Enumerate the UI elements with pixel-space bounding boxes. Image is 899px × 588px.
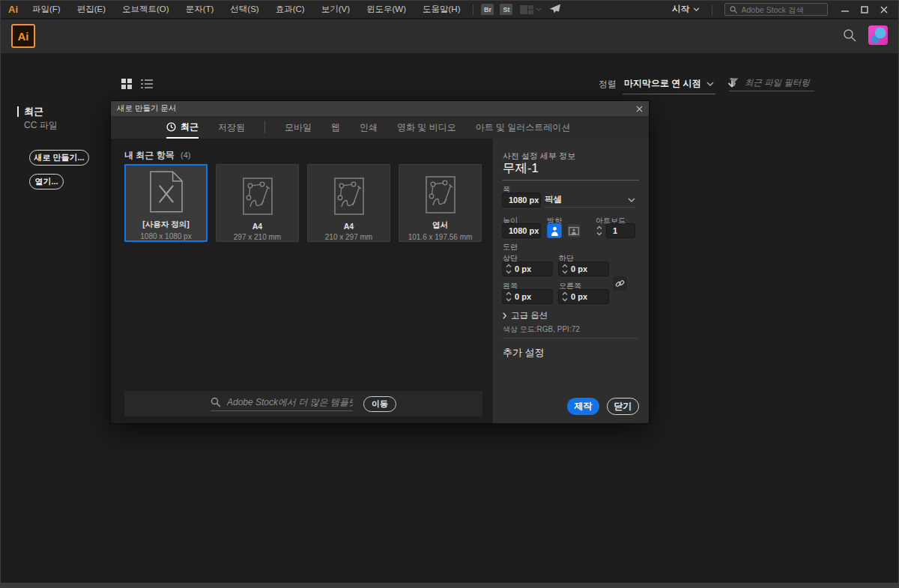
bleed-bottom-value: 0 px bbox=[571, 264, 587, 273]
unit-value: 픽셀 bbox=[545, 194, 562, 205]
menu-type[interactable]: 문자(T) bbox=[178, 4, 223, 15]
tab-film-video[interactable]: 영화 및 비디오 bbox=[397, 116, 456, 139]
card-name: 엽서 bbox=[432, 220, 448, 231]
landscape-icon bbox=[569, 227, 579, 235]
card-a4-portrait[interactable]: A4 210 x 297 mm bbox=[307, 164, 390, 242]
window-frame-bottom bbox=[1, 583, 898, 587]
menu-help[interactable]: 도움말(H) bbox=[414, 4, 468, 15]
height-field[interactable] bbox=[502, 223, 541, 238]
bleed-top-value: 0 px bbox=[515, 264, 531, 273]
unit-dropdown[interactable]: 픽셀 bbox=[545, 193, 635, 207]
menu-effect[interactable]: 효과(C) bbox=[267, 4, 313, 15]
tab-recent[interactable]: 최근 bbox=[166, 116, 199, 139]
search-icon[interactable] bbox=[843, 28, 856, 42]
recent-items-header: 내 최근 항목 (4) bbox=[124, 149, 190, 162]
active-indicator bbox=[17, 106, 19, 117]
more-settings-link[interactable]: 추가 설정 bbox=[503, 346, 545, 360]
advanced-options-label: 고급 옵션 bbox=[511, 310, 548, 321]
dialog-titlebar: 새로 만들기 문서 bbox=[111, 101, 649, 116]
minimize-button[interactable] bbox=[835, 2, 855, 17]
chain-link-icon bbox=[615, 279, 625, 288]
orientation-portrait-button[interactable] bbox=[547, 223, 562, 238]
open-button[interactable]: 열기... bbox=[29, 174, 64, 190]
menu-window[interactable]: 윈도우(W) bbox=[358, 4, 414, 15]
stock-template-bar: 이동 bbox=[124, 391, 482, 416]
tab-saved[interactable]: 저장됨 bbox=[218, 116, 245, 139]
bleed-bottom-field[interactable]: 0 px bbox=[558, 261, 609, 276]
maximize-button[interactable] bbox=[855, 2, 874, 17]
card-a4-landscape[interactable]: A4 297 x 210 mm bbox=[216, 164, 299, 242]
document-name-field[interactable] bbox=[503, 161, 639, 181]
illustrator-logo: Ai bbox=[11, 24, 35, 48]
bleed-right-field[interactable]: 0 px bbox=[558, 289, 609, 304]
tab-print[interactable]: 인쇄 bbox=[360, 116, 378, 139]
grid-view-icon[interactable] bbox=[121, 79, 132, 89]
menu-select[interactable]: 선택(S) bbox=[222, 4, 267, 15]
sidebar-item-cc-files[interactable]: CC 파일 bbox=[24, 119, 58, 132]
sort-label: 정렬 bbox=[599, 77, 617, 91]
menu-edit[interactable]: 편집(E) bbox=[69, 4, 114, 15]
create-button[interactable]: 제작 bbox=[567, 398, 599, 415]
recent-label: 최근 bbox=[24, 105, 43, 118]
bleed-top-field[interactable]: 0 px bbox=[502, 261, 553, 276]
preset-panel-header: 사전 설정 세부 정보 bbox=[503, 151, 575, 162]
share-paper-plane-icon[interactable] bbox=[549, 3, 561, 16]
stock-template-input[interactable] bbox=[227, 397, 353, 407]
titlebar-right: 시작 bbox=[665, 2, 894, 17]
sort-dropdown[interactable]: 마지막으로 연 시점 bbox=[623, 77, 715, 94]
orientation-landscape-button[interactable] bbox=[566, 223, 581, 238]
filter-input[interactable] bbox=[745, 78, 812, 87]
stock-template-search[interactable] bbox=[211, 397, 353, 411]
go-button[interactable]: 이동 bbox=[363, 396, 396, 412]
artboards-field[interactable] bbox=[606, 223, 635, 238]
stock-icon[interactable]: St bbox=[500, 4, 512, 15]
advanced-options-expander[interactable]: 고급 옵션 bbox=[503, 310, 548, 321]
card-name: [사용자 정의] bbox=[142, 219, 189, 230]
divider bbox=[473, 4, 473, 15]
menu-file[interactable]: 파일(F) bbox=[24, 4, 69, 15]
portrait-icon bbox=[551, 226, 559, 236]
list-view-icon[interactable] bbox=[141, 79, 153, 89]
os-titlebar: Ai 파일(F) 편집(E) 오브젝트(O) 문자(T) 선택(S) 효과(C)… bbox=[1, 1, 898, 19]
window-controls bbox=[835, 2, 894, 17]
stepper-icon[interactable] bbox=[559, 263, 571, 275]
divider bbox=[503, 338, 638, 339]
width-field[interactable] bbox=[502, 193, 541, 207]
start-dropdown[interactable]: 시작 bbox=[665, 4, 707, 15]
recent-files-filter[interactable] bbox=[729, 78, 814, 91]
stepper-icon[interactable] bbox=[503, 263, 515, 275]
bridge-icon[interactable]: Br bbox=[481, 4, 494, 15]
artboards-stepper[interactable] bbox=[596, 223, 603, 238]
close-button[interactable] bbox=[874, 2, 894, 17]
chevron-down-icon bbox=[628, 198, 635, 202]
stock-search-input[interactable] bbox=[742, 5, 823, 14]
stock-search-box[interactable] bbox=[724, 3, 828, 16]
new-document-dialog: 새로 만들기 문서 최근 저장됨 모바일 웹 인쇄 영화 및 비디오 아트 및 … bbox=[110, 100, 650, 424]
workspace-switcher-icon[interactable] bbox=[520, 5, 542, 14]
user-avatar[interactable] bbox=[868, 25, 888, 45]
start-label: 시작 bbox=[672, 4, 689, 15]
sort-control: 정렬 마지막으로 연 시점 bbox=[599, 77, 736, 94]
stepper-icon[interactable] bbox=[503, 291, 515, 303]
bleed-left-value: 0 px bbox=[515, 292, 531, 301]
stepper-icon[interactable] bbox=[559, 291, 571, 303]
new-document-button[interactable]: 새로 만들기... bbox=[29, 150, 89, 166]
close-dialog-button[interactable]: 닫기 bbox=[607, 398, 639, 415]
tab-art-illustration[interactable]: 아트 및 일러스트레이션 bbox=[476, 116, 571, 139]
bleed-link-button[interactable] bbox=[613, 276, 627, 291]
sidebar-item-recent[interactable]: 최근 bbox=[17, 105, 43, 118]
bleed-left-field[interactable]: 0 px bbox=[502, 289, 553, 304]
bleed-label: 도련 bbox=[503, 242, 518, 252]
custom-document-icon bbox=[150, 171, 183, 213]
dialog-close-button[interactable] bbox=[636, 106, 643, 112]
tab-label: 최근 bbox=[181, 121, 199, 133]
dialog-title: 새로 만들기 문서 bbox=[117, 103, 176, 114]
card-dimensions: 1080 x 1080 px bbox=[140, 232, 191, 240]
card-custom-preset[interactable]: [사용자 정의] 1080 x 1080 px bbox=[124, 164, 208, 242]
tab-web[interactable]: 웹 bbox=[331, 116, 340, 139]
preset-details-panel: 사전 설정 세부 정보 폭 픽셀 높이 방향 아트보드 bbox=[493, 139, 649, 423]
card-postcard[interactable]: 엽서 101.6 x 197.56 mm bbox=[399, 164, 482, 242]
menu-view[interactable]: 보기(V) bbox=[313, 4, 358, 15]
tab-mobile[interactable]: 모바일 bbox=[285, 116, 312, 139]
menu-object[interactable]: 오브젝트(O) bbox=[114, 4, 178, 15]
